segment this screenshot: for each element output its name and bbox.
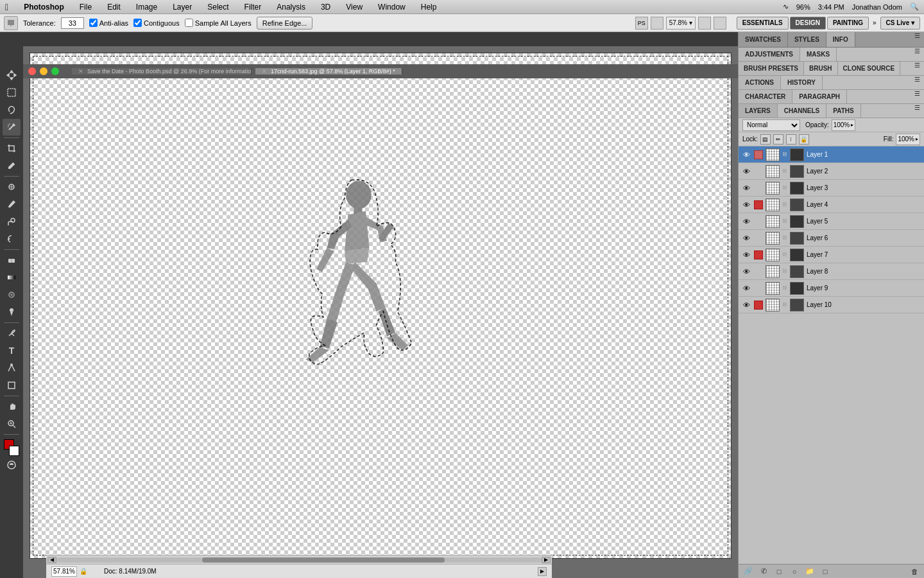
scrollbar-track-h[interactable] <box>56 557 542 563</box>
horizontal-scrollbar[interactable]: ◀ ▶ <box>46 555 552 564</box>
history-brush-btn[interactable] <box>3 231 21 247</box>
move-tool-btn[interactable] <box>3 67 21 83</box>
swatches-tab[interactable]: SWATCHES <box>739 32 788 47</box>
lock-image-icon[interactable]: ✏ <box>773 134 783 144</box>
paths-tab[interactable]: PATHS <box>826 104 860 118</box>
type-btn[interactable]: T <box>3 342 21 359</box>
fill-arrow[interactable]: ▸ <box>916 136 918 142</box>
layer-item-8[interactable]: 👁 ⛓ Layer 8 <box>739 263 924 280</box>
scroll-left-btn[interactable]: ◀ <box>47 557 56 563</box>
search-icon[interactable]: 🔍 <box>910 3 919 11</box>
layer-item-2[interactable]: 👁 ⛓ Layer 2 <box>739 163 924 180</box>
status-arrow-btn[interactable]: ▶ <box>538 567 547 576</box>
essentials-btn[interactable]: ESSENTIALS <box>737 17 789 30</box>
shape-btn[interactable] <box>3 377 21 394</box>
view-menu[interactable]: View <box>343 2 365 12</box>
eyedropper-btn[interactable] <box>3 157 21 174</box>
layer-6-eye[interactable]: 👁 <box>741 233 751 243</box>
actions-tab[interactable]: ACTIONS <box>739 76 781 89</box>
layer-item-9[interactable]: 👁 ⛓ Layer 9 <box>739 280 924 297</box>
delete-layer-btn[interactable]: 🗑 <box>909 566 920 577</box>
btn-icon-3[interactable] <box>714 17 726 30</box>
btn-icon-1[interactable] <box>651 17 663 30</box>
zoom-btn[interactable] <box>3 416 21 432</box>
lock-all-icon[interactable]: 🔒 <box>799 134 809 144</box>
refine-edge-button[interactable]: Refine Edge... <box>257 17 313 30</box>
cs-live-btn[interactable]: CS Live ▾ <box>880 17 920 30</box>
tool-preset-picker[interactable] <box>4 16 18 30</box>
fill-input-wrap[interactable]: 100% ▸ <box>896 134 920 145</box>
actions-menu-btn[interactable]: ☰ <box>911 76 924 89</box>
blend-mode-select[interactable]: Normal Multiply Screen <box>742 119 800 131</box>
more-workspaces[interactable]: » <box>873 19 877 26</box>
layer-8-eye[interactable]: 👁 <box>741 267 751 277</box>
pen-btn[interactable] <box>3 325 21 342</box>
add-layer-style-btn[interactable]: ✆ <box>758 566 769 577</box>
panel-menu-btn[interactable]: ☰ <box>911 32 924 47</box>
layer-item-1[interactable]: 👁 ⛓ Layer 1 <box>739 146 924 163</box>
crop-btn[interactable] <box>3 140 21 157</box>
file-menu[interactable]: File <box>77 2 94 12</box>
layer-10-eye[interactable]: 👁 <box>741 300 751 310</box>
app-name-menu[interactable]: Photoshop <box>21 2 67 12</box>
canvas-viewport[interactable] <box>23 46 738 578</box>
new-layer-btn[interactable]: □ <box>819 566 831 577</box>
brush-menu-btn[interactable]: ☰ <box>911 62 924 75</box>
history-tab[interactable]: HISTORY <box>781 76 823 89</box>
layer-menu[interactable]: Layer <box>170 2 194 12</box>
close-btn[interactable] <box>28 67 36 75</box>
layer-item-6[interactable]: 👁 ⛓ Layer 6 <box>739 230 924 247</box>
clone-source-tab[interactable]: CLONE SOURCE <box>838 62 901 75</box>
eraser-btn[interactable] <box>3 252 21 268</box>
analysis-menu[interactable]: Analysis <box>274 2 308 12</box>
character-tab[interactable]: CHARACTER <box>739 90 792 103</box>
opacity-arrow[interactable]: ▸ <box>851 122 853 128</box>
hand-btn[interactable] <box>3 398 21 415</box>
blur-btn[interactable] <box>3 286 21 303</box>
image-menu[interactable]: Image <box>133 2 160 12</box>
channels-tab[interactable]: CHANNELS <box>778 104 827 118</box>
char-menu-btn[interactable]: ☰ <box>911 90 924 103</box>
design-btn[interactable]: DESIGN <box>790 17 826 30</box>
lock-position-icon[interactable]: ⁝ <box>786 134 796 144</box>
anti-alias-checkbox[interactable] <box>89 19 98 27</box>
clone-stamp-btn[interactable] <box>3 213 21 230</box>
layer-7-eye[interactable]: 👁 <box>741 250 751 260</box>
scroll-right-btn[interactable]: ▶ <box>542 557 551 563</box>
layer-item-3[interactable]: 👁 ⛓ Layer 3 <box>739 180 924 197</box>
background-color[interactable] <box>9 446 19 456</box>
info-tab[interactable]: INFO <box>826 32 855 47</box>
layer-item-7[interactable]: 👁 ⛓ Layer 7 <box>739 247 924 263</box>
tab-17cnd[interactable]: ✕ 17cnd-run.583.jpg @ 57.8% (Layer 1, RG… <box>255 68 402 74</box>
fg-bg-colors[interactable] <box>3 439 21 456</box>
window-menu[interactable]: Window <box>375 2 408 12</box>
adjustments-tab[interactable]: ADJUSTMENTS <box>739 48 800 61</box>
styles-tab[interactable]: STYLES <box>788 32 826 47</box>
layers-tab[interactable]: LAYERS <box>739 104 778 118</box>
masks-tab[interactable]: MASKS <box>800 48 837 61</box>
adj-menu-btn[interactable]: ☰ <box>911 48 924 61</box>
add-mask-btn[interactable]: □ <box>773 566 785 577</box>
zoom-input[interactable] <box>51 566 77 577</box>
maximize-btn[interactable] <box>51 67 59 75</box>
tab1-close-icon[interactable]: ✕ <box>78 68 83 74</box>
brush-btn[interactable] <box>3 196 21 213</box>
healing-brush-btn[interactable] <box>3 179 21 195</box>
tab2-close-icon[interactable]: ✕ <box>262 68 267 74</box>
tab-save-date[interactable]: ✕ Save the Date - Photo Booth.psd @ 26.9… <box>72 68 252 74</box>
brush-tab[interactable]: BRUSH <box>804 62 838 75</box>
3d-menu[interactable]: 3D <box>318 2 333 12</box>
filter-menu[interactable]: Filter <box>242 2 264 12</box>
layer-1-eye[interactable]: 👁 <box>741 150 751 160</box>
layers-menu-btn[interactable]: ☰ <box>911 104 924 118</box>
opacity-input-wrap[interactable]: 100% ▸ <box>832 119 856 131</box>
layer-item-5[interactable]: 👁 ⛓ Layer 5 <box>739 213 924 230</box>
gradient-btn[interactable] <box>3 269 21 286</box>
quick-mask-btn[interactable] <box>3 457 21 473</box>
magic-wand-btn[interactable] <box>3 119 21 136</box>
new-group-btn[interactable]: 📁 <box>804 566 816 577</box>
layer-item-10[interactable]: 👁 ⛓ Layer 10 <box>739 297 924 313</box>
layer-5-eye[interactable]: 👁 <box>741 216 751 227</box>
layer-2-eye[interactable]: 👁 <box>741 166 751 177</box>
path-selection-btn[interactable] <box>3 360 21 376</box>
